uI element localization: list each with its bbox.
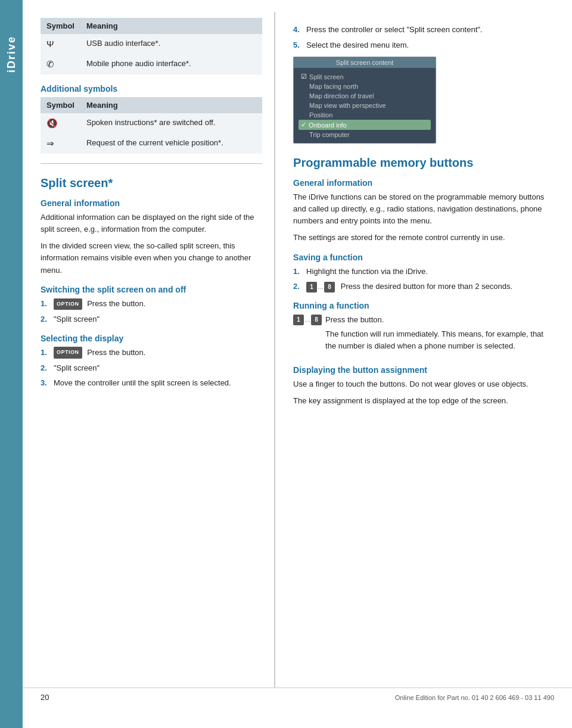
menu-item-split-screen: ☑ Split screen <box>299 71 431 82</box>
menu-item-trip: Trip computer <box>299 130 431 139</box>
displaying-p1: Use a finger to touch the buttons. Do no… <box>293 378 554 390</box>
screenshot-steps: 4. Press the controller or select "Split… <box>293 24 554 51</box>
meaning-cell: Request of the current vehicle position*… <box>80 133 262 154</box>
symbol-cell: 🔇 <box>41 113 80 133</box>
sidebar-label: iDrive <box>5 36 18 73</box>
list-item: 2. "Split screen" <box>41 313 262 325</box>
meaning-cell: Mobile phone audio interface*. <box>80 54 262 74</box>
saving-heading: Saving a function <box>293 253 554 262</box>
split-screen-general-p1: Additional information can be displayed … <box>41 211 262 235</box>
list-item: 3. Move the controller until the split s… <box>41 377 262 389</box>
list-item: 1. OPTION Press the button. <box>41 298 262 310</box>
symbol-cell: ⇒ <box>41 133 80 154</box>
running-heading: Running a function <box>293 301 554 310</box>
list-item: 2. "Split screen" <box>41 362 262 374</box>
two-col-layout: Symbol Meaning Ψ USB audio interface*. ✆… <box>23 12 572 687</box>
list-item: 4. Press the controller or select "Split… <box>293 24 554 36</box>
programmable-title: Programmable memory buttons <box>293 155 554 170</box>
running-p1: Press the button. <box>325 314 554 326</box>
menu-item-onboard: ✓ Onboard info <box>299 120 431 130</box>
meaning-cell: USB audio interface*. <box>80 34 262 54</box>
meaning-cell: Spoken instructions* are switched off. <box>80 113 262 133</box>
table2-col-symbol: Symbol <box>41 97 80 113</box>
running-num-btn: 1 … 8 <box>293 315 322 325</box>
displaying-p2: The key assignment is displayed at the t… <box>293 395 554 407</box>
switching-steps: 1. OPTION Press the button. 2. "Split sc… <box>41 298 262 325</box>
prog-general-p1: The iDrive functions can be stored on th… <box>293 191 554 227</box>
footer: 20 Online Edition for Part no. 01 40 2 6… <box>23 687 572 704</box>
screenshot-title: Split screen content <box>294 57 436 68</box>
divider <box>41 163 262 164</box>
selecting-heading: Selecting the display <box>41 334 262 343</box>
menu-item-map-direction: Map direction of travel <box>299 91 431 101</box>
running-btn-8: 8 <box>311 315 322 325</box>
screenshot-menu: ☑ Split screen Map facing north Map dire… <box>294 68 436 143</box>
option-button-icon: OPTION <box>54 298 82 310</box>
switching-heading: Switching the split screen on and off <box>41 285 262 294</box>
page-number: 20 <box>41 693 49 702</box>
saving-steps: 1. Highlight the function via the iDrive… <box>293 266 554 293</box>
screenshot-box: Split screen content ☑ Split screen Map … <box>293 57 436 144</box>
displaying-heading: Displaying the button assignment <box>293 365 554 375</box>
table1-col-symbol: Symbol <box>41 18 80 34</box>
list-item: 1. OPTION Press the button. <box>41 347 262 359</box>
additional-symbols-heading: Additional symbols <box>41 84 262 94</box>
option-button-icon: OPTION <box>54 347 82 359</box>
split-screen-general-p2: In the divided screen view, the so-calle… <box>41 240 262 276</box>
num-btn-1: 1 <box>306 282 317 293</box>
right-column: 4. Press the controller or select "Split… <box>275 12 572 687</box>
main-content: Symbol Meaning Ψ USB audio interface*. ✆… <box>23 0 572 728</box>
symbol-cell: ✆ <box>41 54 80 74</box>
table1-col-meaning: Meaning <box>80 18 262 34</box>
running-btn-1: 1 <box>293 315 304 325</box>
check-icon: ✓ <box>301 121 306 129</box>
check-icon: ☑ <box>301 73 307 80</box>
num-btn-1-to-8: 1 … 8 <box>306 282 335 293</box>
footer-text: Online Edition for Part no. 01 40 2 606 … <box>395 694 554 701</box>
prog-general-p2: The settings are stored for the remote c… <box>293 232 554 244</box>
running-p2: The function will run immediately. This … <box>325 328 554 352</box>
split-screen-title: Split screen* <box>41 176 262 190</box>
sidebar: iDrive <box>0 0 23 728</box>
list-item: 1. Highlight the function via the iDrive… <box>293 266 554 278</box>
split-screen-general-heading: General information <box>41 198 262 208</box>
menu-item-map-north: Map facing north <box>299 82 431 91</box>
selecting-steps: 1. OPTION Press the button. 2. "Split sc… <box>41 347 262 389</box>
list-item: 5. Select the desired menu item. <box>293 39 554 51</box>
prog-general-heading: General information <box>293 178 554 188</box>
list-item: 2. 1 … 8 Press the desired button for mo… <box>293 281 554 293</box>
table-row: Ψ USB audio interface*. <box>41 34 262 54</box>
symbol-table-1: Symbol Meaning Ψ USB audio interface*. ✆… <box>41 18 262 74</box>
num-btn-8: 8 <box>324 282 335 293</box>
table-row: 🔇 Spoken instructions* are switched off. <box>41 113 262 133</box>
left-column: Symbol Meaning Ψ USB audio interface*. ✆… <box>23 12 275 687</box>
menu-item-map-perspective: Map view with perspective <box>299 101 431 110</box>
symbol-table-2: Symbol Meaning 🔇 Spoken instructions* ar… <box>41 97 262 154</box>
symbol-cell: Ψ <box>41 34 80 54</box>
menu-item-position: Position <box>299 110 431 120</box>
table-row: ✆ Mobile phone audio interface*. <box>41 54 262 74</box>
table2-col-meaning: Meaning <box>80 97 262 113</box>
table-row: ⇒ Request of the current vehicle positio… <box>41 133 262 154</box>
